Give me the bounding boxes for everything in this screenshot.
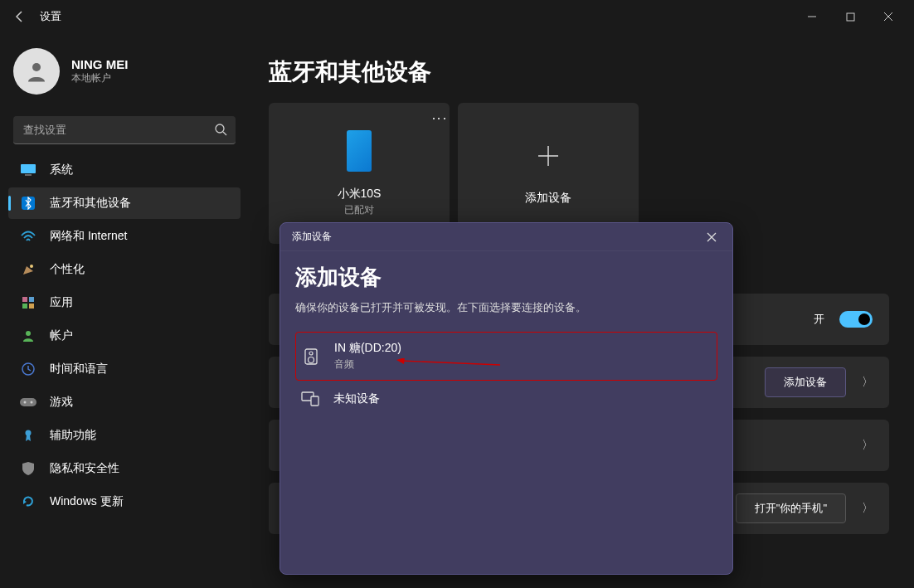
- nav-label: 个性化: [50, 262, 85, 277]
- avatar: [13, 48, 60, 95]
- nav-icon: [20, 228, 36, 245]
- sidebar-item-8[interactable]: 辅助功能: [8, 420, 241, 451]
- search-icon[interactable]: [214, 123, 227, 136]
- nav-icon: [20, 427, 36, 444]
- svg-point-8: [30, 265, 33, 268]
- bluetooth-toggle[interactable]: [839, 311, 873, 328]
- nav-icon: [20, 162, 36, 178]
- arrow-left-icon: [13, 10, 27, 23]
- device-item-1[interactable]: 未知设备: [295, 381, 717, 417]
- svg-point-16: [24, 401, 27, 404]
- svg-rect-10: [29, 297, 34, 302]
- nav-label: 蓝牙和其他设备: [50, 196, 131, 211]
- sidebar-item-9[interactable]: 隐私和安全性: [8, 453, 241, 484]
- device-name: 小米10S: [338, 187, 382, 202]
- profile[interactable]: NING MEI 本地帐户: [8, 43, 241, 111]
- svg-rect-9: [22, 297, 27, 302]
- svg-rect-6: [25, 174, 32, 176]
- sidebar-item-4[interactable]: 应用: [8, 287, 241, 318]
- nav-icon: [20, 361, 36, 377]
- sidebar-item-2[interactable]: 网络和 Internet: [8, 221, 241, 252]
- sidebar-item-3[interactable]: 个性化: [8, 254, 241, 285]
- more-icon[interactable]: ⋮: [438, 111, 441, 126]
- search-container: [13, 116, 236, 144]
- open-phone-button[interactable]: 打开"你的手机": [736, 493, 846, 523]
- chevron-right-icon[interactable]: 〉: [856, 438, 879, 453]
- sidebar-item-7[interactable]: 游戏: [8, 386, 241, 418]
- svg-line-4: [223, 132, 226, 135]
- nav-label: Windows 更新: [50, 494, 124, 509]
- close-icon: [707, 232, 717, 242]
- minimize-button[interactable]: [793, 3, 831, 30]
- svg-point-2: [32, 63, 41, 71]
- modal-close-button[interactable]: [694, 225, 729, 250]
- device-item-name: 未知设备: [333, 391, 380, 406]
- device-item-name: IN 糖(DD:20): [334, 341, 401, 356]
- close-icon: [883, 12, 893, 22]
- maximize-icon: [846, 12, 855, 22]
- svg-rect-12: [29, 304, 34, 309]
- svg-rect-26: [311, 396, 318, 406]
- search-input[interactable]: [13, 116, 236, 144]
- svg-point-13: [26, 331, 31, 336]
- person-icon: [24, 59, 49, 84]
- svg-point-23: [309, 352, 313, 355]
- svg-rect-11: [22, 304, 27, 309]
- nav-label: 系统: [50, 163, 73, 177]
- plus-icon: [533, 141, 563, 171]
- device-status: 已配对: [344, 203, 374, 217]
- nav-label: 游戏: [50, 395, 73, 410]
- nav-icon: [20, 460, 36, 477]
- svg-rect-1: [847, 13, 854, 21]
- maximize-button[interactable]: [831, 3, 869, 30]
- window-controls: [793, 3, 907, 30]
- back-button[interactable]: [7, 3, 33, 30]
- svg-point-24: [309, 357, 314, 362]
- device-type-icon: [300, 389, 320, 409]
- sidebar-item-6[interactable]: 时间和语言: [8, 353, 241, 385]
- modal-header-title: 添加设备: [292, 230, 332, 244]
- window-title: 设置: [40, 9, 61, 24]
- device-list: IN 糖(DD:20)音频未知设备: [295, 332, 717, 417]
- device-type-icon: [301, 347, 321, 367]
- profile-sub: 本地帐户: [71, 71, 128, 85]
- phone-icon: [347, 130, 372, 172]
- svg-point-17: [31, 401, 33, 404]
- svg-point-18: [26, 430, 32, 436]
- chevron-right-icon[interactable]: 〉: [856, 375, 879, 390]
- nav-icon: [20, 261, 36, 278]
- sidebar: NING MEI 本地帐户 系统蓝牙和其他设备网络和 Internet个性化应用…: [0, 33, 249, 588]
- nav-icon: [20, 195, 36, 211]
- sidebar-item-1[interactable]: 蓝牙和其他设备: [8, 187, 241, 219]
- nav: 系统蓝牙和其他设备网络和 Internet个性化应用帐户时间和语言游戏辅助功能隐…: [8, 154, 241, 518]
- sidebar-item-10[interactable]: Windows 更新: [8, 486, 241, 518]
- close-button[interactable]: [869, 3, 907, 30]
- nav-icon: [20, 493, 36, 510]
- nav-label: 网络和 Internet: [50, 229, 127, 244]
- nav-icon: [20, 294, 36, 311]
- modal-header: 添加设备: [280, 223, 732, 251]
- sidebar-item-0[interactable]: 系统: [8, 154, 241, 186]
- chevron-right-icon[interactable]: 〉: [856, 501, 879, 516]
- add-device-label: 添加设备: [525, 191, 571, 206]
- nav-label: 辅助功能: [50, 428, 96, 443]
- titlebar: 设置: [0, 0, 914, 33]
- nav-label: 帐户: [50, 328, 73, 343]
- page-title: 蓝牙和其他设备: [269, 56, 889, 88]
- minimize-icon: [807, 12, 817, 22]
- add-device-button[interactable]: 添加设备: [765, 367, 846, 397]
- svg-rect-15: [20, 398, 36, 406]
- modal-subtitle: 确保你的设备已打开并可被发现。在下面选择要连接的设备。: [295, 300, 717, 315]
- device-item-sub: 音频: [334, 357, 401, 372]
- svg-point-3: [216, 124, 224, 133]
- svg-rect-5: [21, 164, 36, 173]
- nav-label: 时间和语言: [50, 362, 108, 377]
- nav-label: 隐私和安全性: [50, 461, 119, 476]
- add-device-modal: 添加设备 添加设备 确保你的设备已打开并可被发现。在下面选择要连接的设备。 IN…: [280, 222, 733, 575]
- nav-label: 应用: [50, 295, 73, 310]
- profile-name: NING MEI: [71, 57, 128, 71]
- nav-icon: [20, 394, 36, 411]
- sidebar-item-5[interactable]: 帐户: [8, 320, 241, 352]
- bluetooth-state-label: 开: [814, 312, 824, 327]
- device-item-0[interactable]: IN 糖(DD:20)音频: [295, 332, 717, 381]
